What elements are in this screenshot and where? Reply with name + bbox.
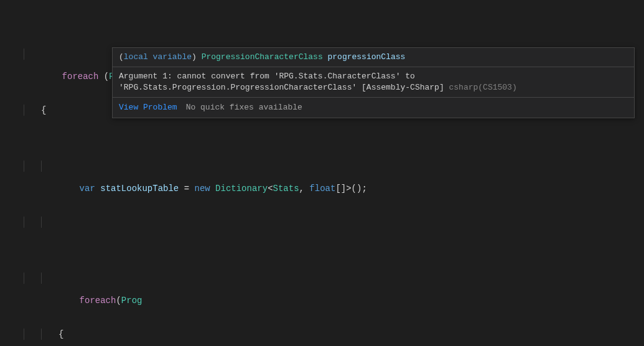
tooltip-signature: (local variable) ProgressionCharacterCla…	[113, 48, 634, 67]
keyword-foreach: foreach	[62, 72, 99, 82]
code-line: foreach(Prog	[6, 273, 439, 284]
code-line	[6, 217, 439, 228]
view-problem-link[interactable]: View Problem	[119, 102, 177, 113]
tooltip-footer: View Problem No quick fixes available	[113, 97, 634, 118]
no-quick-fix-label: No quick fixes available	[186, 102, 302, 113]
code-line: var statLookupTable = new Dictionary<Sta…	[6, 161, 439, 172]
error-code: csharp(CS1503)	[449, 83, 517, 92]
tooltip-error-message: Argument 1: cannot convert from 'RPG.Sta…	[113, 67, 634, 97]
code-line: {	[6, 329, 439, 340]
error-hover-tooltip[interactable]: (local variable) ProgressionCharacterCla…	[112, 47, 635, 118]
